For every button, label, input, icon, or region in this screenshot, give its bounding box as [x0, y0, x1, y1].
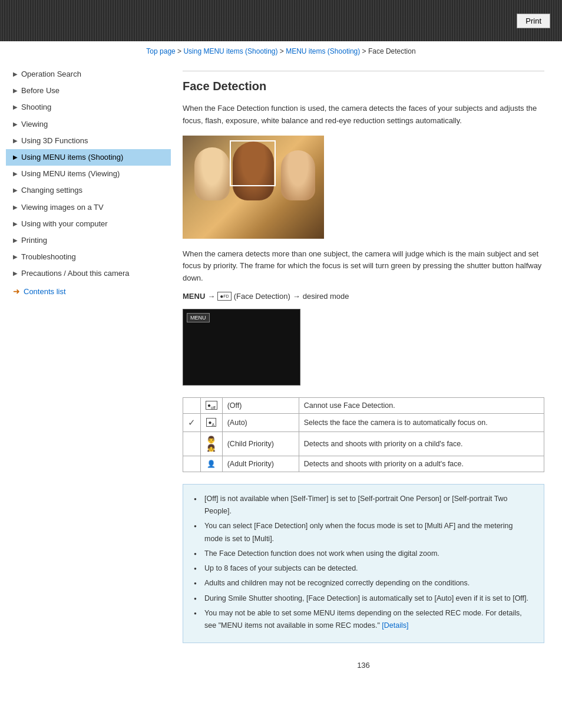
list-item: Up to 8 faces of your subjects can be de… — [194, 562, 533, 575]
list-item: During Smile Shutter shooting, [Face Det… — [194, 592, 533, 605]
header-bar: Print — [0, 0, 562, 41]
sidebar-item-printing[interactable]: ▶ Printing — [6, 232, 171, 249]
table-desc-cell: Detects and shoots with priority on a ad… — [299, 456, 544, 472]
table-row: ●off (Off) Cannot use Face Detection. — [183, 397, 544, 413]
details-link[interactable]: [Details] — [382, 621, 408, 630]
arrow-icon: ▶ — [13, 269, 18, 278]
menu-screenshot: MENU — [183, 309, 300, 386]
arrow-icon: ▶ — [13, 203, 18, 212]
menu-instruction: MENU → ●FD (Face Detection) → desired mo… — [183, 292, 544, 301]
menu-keyword: MENU — [183, 292, 205, 301]
child-face-1 — [194, 147, 230, 200]
sidebar-item-changing-settings[interactable]: ▶ Changing settings — [6, 182, 171, 199]
breadcrumb-link1[interactable]: Using MENU items (Shooting) — [183, 47, 277, 55]
sidebar-item-label: Operation Search — [21, 69, 81, 80]
sidebar-item-before-use[interactable]: ▶ Before Use — [6, 83, 171, 99]
page-number: 136 — [183, 655, 544, 676]
sidebar-item-viewing-tv[interactable]: ▶ Viewing images on a TV — [6, 199, 171, 216]
arrow-right-icon: ➜ — [13, 286, 20, 296]
sidebar-item-menu-viewing[interactable]: ▶ Using MENU items (Viewing) — [6, 166, 171, 182]
sidebar-item-label: Shooting — [21, 102, 51, 113]
face-detection-box — [230, 140, 276, 186]
section-divider — [183, 71, 544, 71]
sidebar: ▶ Operation Search ▶ Before Use ▶ Shooti… — [0, 60, 171, 687]
breadcrumb: Top page > Using MENU items (Shooting) >… — [0, 41, 562, 60]
arrow-icon: ▶ — [13, 103, 18, 111]
feature-table: ●off (Off) Cannot use Face Detection. ✓ … — [183, 397, 544, 472]
sidebar-item-label: Changing settings — [21, 185, 82, 196]
sidebar-item-label: Using MENU items (Viewing) — [21, 169, 120, 179]
sidebar-item-precautions[interactable]: ▶ Precautions / About this camera — [6, 265, 171, 282]
table-desc-cell: Selects the face the camera is to automa… — [299, 413, 544, 431]
sidebar-item-menu-shooting[interactable]: ▶ Using MENU items (Shooting) — [6, 149, 171, 166]
sidebar-item-viewing[interactable]: ▶ Viewing — [6, 116, 171, 133]
main-layout: ▶ Operation Search ▶ Before Use ▶ Shooti… — [0, 60, 562, 699]
table-check-cell — [183, 456, 201, 472]
notes-box: [Off] is not available when [Self-Timer]… — [183, 484, 544, 644]
sidebar-item-label: Using with your computer — [21, 219, 108, 229]
menu-label-box: MENU — [187, 313, 210, 322]
table-mode-cell: (Child Priority) — [222, 431, 299, 456]
table-mode-cell: (Auto) — [222, 413, 299, 431]
table-check-cell: ✓ — [183, 413, 201, 431]
sidebar-item-label: Viewing — [21, 119, 48, 130]
arrow-icon: ▶ — [13, 137, 18, 145]
sidebar-item-label: Troubleshooting — [21, 252, 76, 262]
arrow-icon: ▶ — [13, 186, 18, 195]
table-icon-cell: ●A — [201, 413, 223, 431]
breadcrumb-top-link[interactable]: Top page — [146, 47, 175, 55]
sidebar-item-label: Before Use — [21, 85, 59, 96]
table-check-cell — [183, 431, 201, 456]
sidebar-item-shooting[interactable]: ▶ Shooting — [6, 99, 171, 116]
table-check-cell — [183, 397, 201, 413]
print-button[interactable]: Print — [517, 14, 550, 28]
table-desc-cell: Detects and shoots with priority on a ch… — [299, 431, 544, 456]
list-item: You may not be able to set some MENU ite… — [194, 607, 533, 633]
sidebar-item-3d-functions[interactable]: ▶ Using 3D Functions — [6, 133, 171, 149]
breadcrumb-link2[interactable]: MENU items (Shooting) — [286, 47, 360, 55]
sidebar-item-label: Precautions / About this camera — [21, 268, 130, 279]
sidebar-item-operation-search[interactable]: ▶ Operation Search — [6, 66, 171, 83]
table-mode-cell: (Adult Priority) — [222, 456, 299, 472]
camera-detect-text: When the camera detects more than one su… — [183, 248, 544, 285]
sidebar-item-computer[interactable]: ▶ Using with your computer — [6, 216, 171, 232]
table-mode-cell: (Off) — [222, 397, 299, 413]
table-icon-cell: 👨👧 — [201, 431, 223, 456]
list-item: Adults and children may not be recognize… — [194, 577, 533, 589]
table-icon-cell: 👤 — [201, 456, 223, 472]
desired-mode-label: desired mode — [303, 292, 349, 301]
breadcrumb-current: Face Detection — [368, 47, 416, 55]
sidebar-item-troubleshooting[interactable]: ▶ Troubleshooting — [6, 249, 171, 265]
contents-list-link[interactable]: ➜ Contents list — [6, 282, 171, 301]
notes-list: [Off] is not available when [Self-Timer]… — [194, 493, 533, 633]
arrow-icon: ▶ — [13, 153, 18, 162]
intro-text: When the Face Detection function is used… — [183, 103, 544, 127]
child-face-3 — [281, 150, 315, 200]
arrow-icon: ▶ — [13, 87, 18, 95]
list-item: You can select [Face Detection] only whe… — [194, 520, 533, 545]
subject-photo — [183, 136, 324, 239]
sidebar-item-label: Using MENU items (Shooting) — [21, 152, 123, 163]
sidebar-item-label: Printing — [21, 235, 47, 246]
arrow-icon: ▶ — [13, 120, 18, 129]
table-icon-cell: ●off — [201, 397, 223, 413]
arrow-icon: ▶ — [13, 236, 18, 245]
arrow-icon: ▶ — [13, 170, 18, 178]
menu-arrow2: → — [293, 292, 300, 301]
table-row: 👤 (Adult Priority) Detects and shoots wi… — [183, 456, 544, 472]
table-row: ✓ ●A (Auto) Selects the face the camera … — [183, 413, 544, 431]
face-detection-icon: ●FD — [217, 292, 231, 301]
sidebar-item-label: Viewing images on a TV — [21, 202, 104, 213]
arrow-icon: ▶ — [13, 220, 18, 228]
contents-link-label: Contents list — [24, 287, 66, 296]
face-detection-icon-label: (Face Detection) — [234, 292, 290, 301]
sidebar-item-label: Using 3D Functions — [21, 136, 88, 146]
page-title: Face Detection — [183, 80, 544, 93]
content-area: Face Detection When the Face Detection f… — [171, 60, 562, 687]
list-item: [Off] is not available when [Self-Timer]… — [194, 493, 533, 518]
arrow-icon: ▶ — [13, 253, 18, 261]
menu-arrow1: → — [207, 292, 215, 301]
list-item: The Face Detection function does not wor… — [194, 548, 533, 560]
table-desc-cell: Cannot use Face Detection. — [299, 397, 544, 413]
arrow-icon: ▶ — [13, 70, 18, 78]
